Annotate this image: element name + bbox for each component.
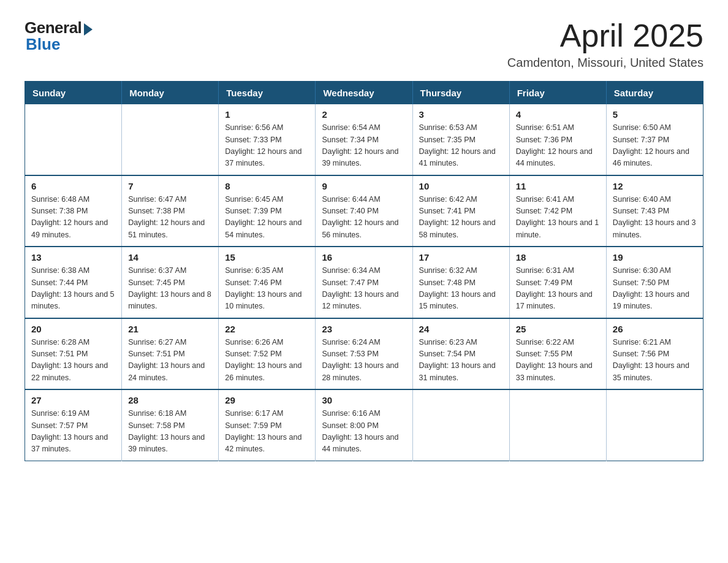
calendar-week-row: 20Sunrise: 6:28 AM Sunset: 7:51 PM Dayli… [25,318,703,390]
day-info: Sunrise: 6:45 AM Sunset: 7:39 PM Dayligh… [225,194,309,242]
day-number: 20 [31,324,115,334]
day-number: 17 [419,252,503,262]
day-info: Sunrise: 6:42 AM Sunset: 7:41 PM Dayligh… [419,194,503,242]
day-info: Sunrise: 6:23 AM Sunset: 7:54 PM Dayligh… [419,337,503,385]
day-info: Sunrise: 6:28 AM Sunset: 7:51 PM Dayligh… [31,337,115,385]
day-number: 6 [31,181,115,191]
logo: General Blue [25,18,93,54]
day-number: 5 [613,109,697,120]
day-info: Sunrise: 6:19 AM Sunset: 7:57 PM Dayligh… [31,408,115,456]
day-number: 26 [613,324,697,334]
calendar-week-row: 13Sunrise: 6:38 AM Sunset: 7:44 PM Dayli… [25,247,703,318]
calendar-week-row: 1Sunrise: 6:56 AM Sunset: 7:33 PM Daylig… [25,104,703,175]
day-info: Sunrise: 6:44 AM Sunset: 7:40 PM Dayligh… [322,194,406,242]
day-info: Sunrise: 6:50 AM Sunset: 7:37 PM Dayligh… [613,122,697,170]
logo-arrow-icon [84,23,93,36]
day-info: Sunrise: 6:37 AM Sunset: 7:45 PM Dayligh… [128,265,212,313]
day-info: Sunrise: 6:16 AM Sunset: 8:00 PM Dayligh… [322,408,406,456]
calendar-cell [25,104,122,175]
day-number: 28 [128,395,212,405]
calendar-cell: 16Sunrise: 6:34 AM Sunset: 7:47 PM Dayli… [316,247,412,318]
calendar-cell: 3Sunrise: 6:53 AM Sunset: 7:35 PM Daylig… [412,104,509,175]
day-info: Sunrise: 6:22 AM Sunset: 7:55 PM Dayligh… [516,337,600,385]
day-info: Sunrise: 6:18 AM Sunset: 7:58 PM Dayligh… [128,408,212,456]
weekday-header-thursday: Thursday [412,82,509,105]
day-number: 22 [225,324,309,334]
weekday-header-monday: Monday [122,82,219,105]
calendar-cell: 9Sunrise: 6:44 AM Sunset: 7:40 PM Daylig… [316,175,412,247]
day-info: Sunrise: 6:26 AM Sunset: 7:52 PM Dayligh… [225,337,309,385]
calendar-cell: 28Sunrise: 6:18 AM Sunset: 7:58 PM Dayli… [122,389,219,461]
calendar-cell: 29Sunrise: 6:17 AM Sunset: 7:59 PM Dayli… [219,389,316,461]
calendar-cell: 12Sunrise: 6:40 AM Sunset: 7:43 PM Dayli… [606,175,703,247]
day-info: Sunrise: 6:54 AM Sunset: 7:34 PM Dayligh… [322,122,406,170]
calendar-cell: 7Sunrise: 6:47 AM Sunset: 7:38 PM Daylig… [122,175,219,247]
calendar-cell: 21Sunrise: 6:27 AM Sunset: 7:51 PM Dayli… [122,318,219,390]
calendar-week-row: 27Sunrise: 6:19 AM Sunset: 7:57 PM Dayli… [25,389,703,461]
day-info: Sunrise: 6:41 AM Sunset: 7:42 PM Dayligh… [516,194,600,242]
calendar-table: SundayMondayTuesdayWednesdayThursdayFrid… [25,81,703,461]
day-info: Sunrise: 6:34 AM Sunset: 7:47 PM Dayligh… [322,265,406,313]
calendar-cell: 15Sunrise: 6:35 AM Sunset: 7:46 PM Dayli… [219,247,316,318]
calendar-cell: 14Sunrise: 6:37 AM Sunset: 7:45 PM Dayli… [122,247,219,318]
calendar-cell: 18Sunrise: 6:31 AM Sunset: 7:49 PM Dayli… [509,247,606,318]
day-number: 23 [322,324,406,334]
day-info: Sunrise: 6:31 AM Sunset: 7:49 PM Dayligh… [516,265,600,313]
calendar-cell: 1Sunrise: 6:56 AM Sunset: 7:33 PM Daylig… [219,104,316,175]
day-number: 27 [31,395,115,405]
day-number: 7 [128,181,212,191]
day-number: 25 [516,324,600,334]
day-number: 10 [419,181,503,191]
day-info: Sunrise: 6:53 AM Sunset: 7:35 PM Dayligh… [419,122,503,170]
day-number: 8 [225,181,309,191]
day-info: Sunrise: 6:27 AM Sunset: 7:51 PM Dayligh… [128,337,212,385]
day-number: 15 [225,252,309,262]
day-info: Sunrise: 6:17 AM Sunset: 7:59 PM Dayligh… [225,408,309,456]
calendar-cell: 11Sunrise: 6:41 AM Sunset: 7:42 PM Dayli… [509,175,606,247]
day-info: Sunrise: 6:32 AM Sunset: 7:48 PM Dayligh… [419,265,503,313]
day-info: Sunrise: 6:40 AM Sunset: 7:43 PM Dayligh… [613,194,697,242]
day-number: 29 [225,395,309,405]
calendar-cell: 19Sunrise: 6:30 AM Sunset: 7:50 PM Dayli… [606,247,703,318]
day-number: 21 [128,324,212,334]
title-area: April 2025 Camdenton, Missouri, United S… [507,18,703,70]
month-title: April 2025 [507,18,703,53]
day-number: 24 [419,324,503,334]
calendar-cell [509,389,606,461]
day-info: Sunrise: 6:30 AM Sunset: 7:50 PM Dayligh… [613,265,697,313]
calendar-week-row: 6Sunrise: 6:48 AM Sunset: 7:38 PM Daylig… [25,175,703,247]
day-number: 1 [225,109,309,120]
calendar-cell: 25Sunrise: 6:22 AM Sunset: 7:55 PM Dayli… [509,318,606,390]
day-info: Sunrise: 6:47 AM Sunset: 7:38 PM Dayligh… [128,194,212,242]
calendar-cell: 30Sunrise: 6:16 AM Sunset: 8:00 PM Dayli… [316,389,412,461]
day-number: 14 [128,252,212,262]
page-header: General Blue April 2025 Camdenton, Misso… [25,18,703,70]
calendar-cell: 6Sunrise: 6:48 AM Sunset: 7:38 PM Daylig… [25,175,122,247]
day-number: 2 [322,109,406,120]
calendar-cell: 24Sunrise: 6:23 AM Sunset: 7:54 PM Dayli… [412,318,509,390]
calendar-cell [606,389,703,461]
calendar-cell: 20Sunrise: 6:28 AM Sunset: 7:51 PM Dayli… [25,318,122,390]
weekday-header-saturday: Saturday [606,82,703,105]
location-title: Camdenton, Missouri, United States [507,56,703,70]
day-info: Sunrise: 6:35 AM Sunset: 7:46 PM Dayligh… [225,265,309,313]
day-info: Sunrise: 6:48 AM Sunset: 7:38 PM Dayligh… [31,194,115,242]
calendar-cell: 10Sunrise: 6:42 AM Sunset: 7:41 PM Dayli… [412,175,509,247]
calendar-cell: 22Sunrise: 6:26 AM Sunset: 7:52 PM Dayli… [219,318,316,390]
day-info: Sunrise: 6:51 AM Sunset: 7:36 PM Dayligh… [516,122,600,170]
calendar-cell: 23Sunrise: 6:24 AM Sunset: 7:53 PM Dayli… [316,318,412,390]
day-number: 9 [322,181,406,191]
weekday-header-wednesday: Wednesday [316,82,412,105]
calendar-cell: 5Sunrise: 6:50 AM Sunset: 7:37 PM Daylig… [606,104,703,175]
logo-blue-text: Blue [26,35,60,54]
calendar-cell: 13Sunrise: 6:38 AM Sunset: 7:44 PM Dayli… [25,247,122,318]
weekday-header-row: SundayMondayTuesdayWednesdayThursdayFrid… [25,82,703,105]
calendar-cell: 26Sunrise: 6:21 AM Sunset: 7:56 PM Dayli… [606,318,703,390]
calendar-cell: 27Sunrise: 6:19 AM Sunset: 7:57 PM Dayli… [25,389,122,461]
calendar-cell [122,104,219,175]
weekday-header-sunday: Sunday [25,82,122,105]
calendar-cell: 4Sunrise: 6:51 AM Sunset: 7:36 PM Daylig… [509,104,606,175]
day-info: Sunrise: 6:56 AM Sunset: 7:33 PM Dayligh… [225,122,309,170]
day-number: 19 [613,252,697,262]
calendar-cell: 17Sunrise: 6:32 AM Sunset: 7:48 PM Dayli… [412,247,509,318]
